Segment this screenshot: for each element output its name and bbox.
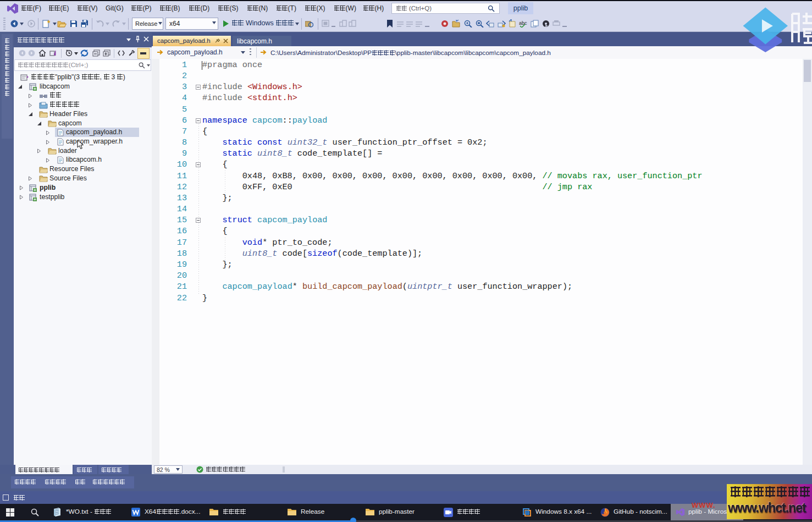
svg-text:abc: abc <box>519 20 527 26</box>
